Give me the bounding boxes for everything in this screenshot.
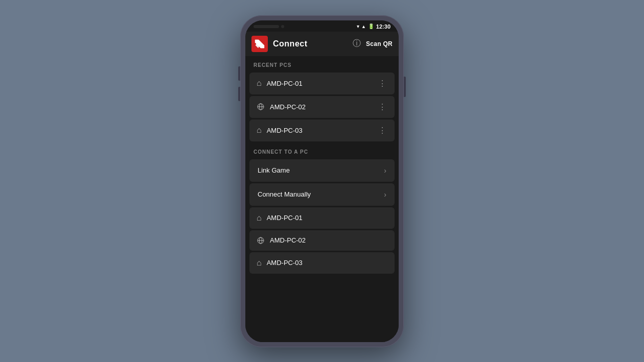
- camera: [281, 25, 284, 28]
- help-icon[interactable]: ⓘ: [353, 38, 361, 49]
- main-content: RECENT PCS ⌂ AMD-PC-01 ⋮ AMD-PC-02 ⋮ ⌂: [245, 56, 399, 342]
- pc-name-4: AMD-PC-01: [267, 214, 387, 222]
- link-game-label: Link Game: [258, 166, 290, 174]
- pc-name-2: AMD-PC-02: [270, 103, 372, 111]
- home-icon-3: ⌂: [257, 126, 262, 135]
- notch-pill: [254, 25, 279, 28]
- wifi-icon: ▾: [357, 23, 359, 29]
- discover-pc-item-2[interactable]: AMD-PC-02: [249, 230, 395, 251]
- battery-icon: 🔋: [368, 23, 374, 29]
- phone-screen: ▾ ▲ 🔋 12:30 Connect ⓘ Scan QR: [245, 20, 399, 342]
- pc-name-6: AMD-PC-03: [267, 259, 387, 267]
- status-icons: ▾ ▲ 🔋 12:30: [357, 23, 390, 30]
- link-game-item[interactable]: Link Game ›: [249, 159, 395, 182]
- recent-pcs-header: RECENT PCS: [245, 56, 399, 71]
- home-icon: ⌂: [257, 79, 262, 88]
- status-time: 12:30: [376, 23, 390, 30]
- app-bar-title: Connect: [273, 39, 348, 49]
- home-icon-4: ⌂: [257, 213, 262, 223]
- amd-logo-svg: [254, 38, 265, 50]
- globe-icon: [257, 103, 265, 111]
- discover-pc-item-3[interactable]: ⌂ AMD-PC-03: [249, 252, 395, 274]
- more-menu-icon-2[interactable]: ⋮: [377, 102, 387, 112]
- connect-manually-chevron: ›: [384, 190, 386, 199]
- app-bar-actions: ⓘ Scan QR: [353, 38, 393, 49]
- vol-down-button: [238, 87, 240, 101]
- amd-logo: [251, 36, 268, 52]
- phone-frame: ▾ ▲ 🔋 12:30 Connect ⓘ Scan QR: [240, 15, 404, 347]
- connect-manually-item[interactable]: Connect Manually ›: [249, 183, 395, 206]
- pc-name-1: AMD-PC-01: [267, 80, 372, 87]
- status-bar: ▾ ▲ 🔋 12:30: [245, 20, 399, 32]
- pc-name-5: AMD-PC-02: [270, 236, 387, 244]
- connect-manually-label: Connect Manually: [258, 190, 311, 198]
- discover-pc-item-1[interactable]: ⌂ AMD-PC-01: [249, 207, 395, 229]
- home-icon-6: ⌂: [257, 258, 262, 268]
- signal-icon: ▲: [361, 24, 366, 29]
- globe-icon-5: [257, 236, 265, 245]
- power-button: [404, 77, 406, 97]
- link-game-chevron: ›: [384, 166, 386, 175]
- more-menu-icon-1[interactable]: ⋮: [377, 79, 387, 88]
- more-menu-icon-3[interactable]: ⋮: [377, 126, 387, 135]
- app-bar: Connect ⓘ Scan QR: [245, 32, 399, 56]
- recent-pc-item-1[interactable]: ⌂ AMD-PC-01 ⋮: [249, 73, 395, 94]
- svg-marker-0: [255, 39, 264, 48]
- notch: [254, 25, 284, 28]
- vol-up-button: [238, 66, 240, 81]
- scan-qr-button[interactable]: Scan QR: [366, 40, 393, 47]
- recent-pc-item-2[interactable]: AMD-PC-02 ⋮: [249, 96, 395, 118]
- connect-to-pc-header: CONNECT TO A PC: [245, 143, 399, 158]
- recent-pc-item-3[interactable]: ⌂ AMD-PC-03 ⋮: [249, 119, 395, 141]
- pc-name-3: AMD-PC-03: [267, 127, 372, 134]
